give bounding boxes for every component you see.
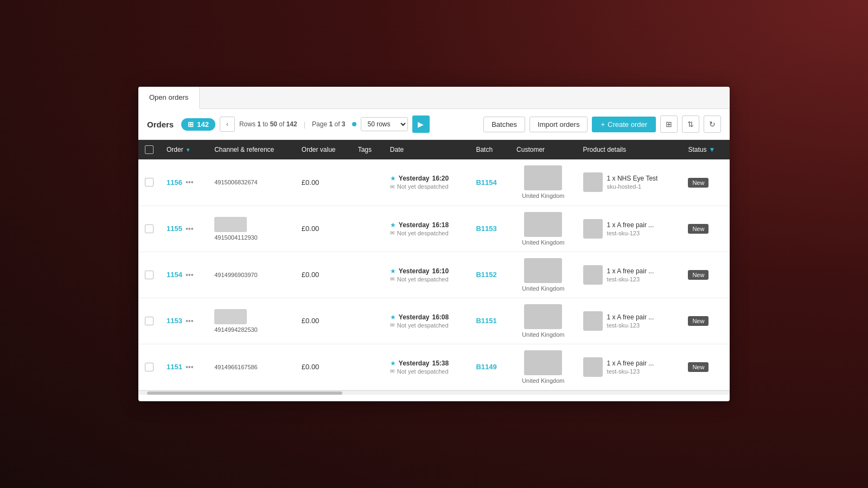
select-all-checkbox[interactable] [145, 145, 154, 154]
th-tags: Tags [352, 140, 384, 159]
order-number[interactable]: 1151 [167, 363, 182, 371]
chevron-left-icon: ‹ [226, 120, 228, 128]
date-cell: ★ Yesterday 16:10 ✉ Not yet despatched [384, 252, 470, 298]
order-value: £0.00 [302, 271, 320, 279]
order-number[interactable]: 1156 [167, 178, 182, 187]
batch-link[interactable]: B1152 [476, 271, 496, 279]
table-row[interactable]: 1155 ••• 4915004112930 £0.00 ★ Yesterday… [138, 206, 730, 252]
status-badge: New [688, 316, 709, 326]
row-checkbox[interactable] [145, 271, 154, 279]
channel-image [214, 309, 247, 324]
star-icon: ★ [390, 221, 396, 229]
row-checkbox[interactable] [145, 317, 154, 325]
refresh-icon: ↻ [709, 120, 716, 129]
batch-link[interactable]: B1153 [476, 224, 496, 233]
order-number[interactable]: 1154 [167, 271, 182, 279]
more-icon[interactable]: ••• [186, 271, 194, 279]
status-badge: New [688, 362, 709, 372]
row-checkbox[interactable] [145, 178, 154, 187]
customer-country: United Kingdom [522, 331, 564, 338]
status-filter-icon[interactable]: ▼ [709, 146, 715, 153]
layout-toggle-button[interactable]: ⊞ [660, 115, 678, 133]
despatch-status: Not yet despatched [397, 183, 449, 190]
more-icon[interactable]: ••• [186, 178, 194, 187]
tags-cell [352, 206, 384, 252]
customer-image [524, 165, 562, 190]
batch-cell: B1151 [469, 298, 510, 344]
next-page-button[interactable]: ▶ [412, 115, 430, 133]
status-badge: New [688, 224, 709, 234]
page-text: Page 1 of 3 [312, 120, 345, 128]
order-value: £0.00 [302, 363, 320, 371]
despatch-status: Not yet despatched [397, 276, 449, 282]
order-value: £0.00 [302, 178, 320, 187]
order-value-cell: £0.00 [295, 252, 352, 298]
product-image [583, 172, 603, 192]
orders-table: Order ▼ Channel & reference Order value … [138, 140, 730, 390]
pagination-text: Rows 1 to 50 of 142 [239, 120, 297, 128]
product-cell: 1 x NHS Eye Test sku-hosted-1 [577, 159, 682, 206]
status-cell: New [681, 206, 730, 252]
th-order-value: Order value [295, 140, 352, 159]
despatch-status: Not yet despatched [397, 368, 449, 375]
refresh-button[interactable]: ↻ [704, 115, 721, 133]
customer-image [524, 304, 562, 329]
toolbar: Orders ⊞ 142 ‹ Rows 1 to 50 of 142 | Pag… [138, 109, 730, 140]
product-cell: 1 x A free pair ... test-sku-123 [577, 252, 682, 298]
batch-link[interactable]: B1149 [476, 363, 496, 371]
order-value-cell: £0.00 [295, 298, 352, 344]
th-select-all[interactable] [138, 140, 160, 159]
page-indicator-dot [352, 122, 356, 126]
date-time: 16:20 [432, 175, 449, 182]
customer-image [524, 212, 562, 237]
table-row[interactable]: 1151 ••• 4914966167586 £0.00 ★ Yesterday… [138, 344, 730, 390]
import-orders-button[interactable]: Import orders [529, 117, 588, 132]
row-checkbox[interactable] [145, 224, 154, 233]
batch-link[interactable]: B1151 [476, 317, 496, 325]
batch-cell: B1154 [469, 159, 510, 206]
create-order-button[interactable]: + Create order [592, 117, 656, 132]
table-row[interactable]: 1154 ••• 4914996903970 £0.00 ★ Yesterday… [138, 252, 730, 298]
prev-page-button[interactable]: ‹ [220, 117, 235, 132]
order-number[interactable]: 1155 [167, 224, 182, 233]
customer-country: United Kingdom [522, 192, 564, 199]
product-name: 1 x A free pair ... [607, 221, 654, 229]
more-icon[interactable]: ••• [186, 363, 194, 371]
product-name: 1 x NHS Eye Test [607, 175, 658, 182]
date-time: 16:08 [432, 313, 449, 321]
sort-icon: ▼ [186, 147, 191, 153]
customer-image [524, 350, 562, 375]
main-container: Open orders Orders ⊞ 142 ‹ Rows 1 to 50 … [138, 87, 730, 401]
product-image [583, 265, 603, 285]
product-image [583, 311, 603, 331]
table-row[interactable]: 1153 ••• 4914994282530 £0.00 ★ Yesterday… [138, 298, 730, 344]
scrollbar-thumb[interactable] [147, 391, 342, 395]
order-value-cell: £0.00 [295, 159, 352, 206]
table-row[interactable]: 1156 ••• 4915006832674 £0.00 ★ Yesterday… [138, 159, 730, 206]
order-number[interactable]: 1153 [167, 317, 182, 325]
date-label: Yesterday [399, 175, 430, 182]
create-order-label: Create order [608, 120, 647, 129]
customer-image [524, 258, 562, 283]
product-cell: 1 x A free pair ... test-sku-123 [577, 344, 682, 390]
status-cell: New [681, 344, 730, 390]
th-order: Order ▼ [160, 140, 208, 159]
page-divider: | [304, 120, 305, 129]
more-icon[interactable]: ••• [186, 317, 194, 325]
filter-toggle-button[interactable]: ⇅ [682, 115, 699, 133]
date-time: 15:38 [432, 359, 449, 367]
horizontal-scrollbar[interactable] [138, 390, 730, 395]
customer-country: United Kingdom [522, 285, 564, 292]
batch-link[interactable]: B1154 [476, 178, 496, 187]
batch-cell: B1152 [469, 252, 510, 298]
rows-per-page-select[interactable]: 50 rows 25 rows 100 rows [361, 117, 408, 131]
channel-ref-text: 4914966167586 [214, 364, 289, 370]
order-cell: 1154 ••• [160, 252, 208, 298]
row-checkbox[interactable] [145, 363, 154, 371]
date-time: 16:10 [432, 267, 449, 275]
batches-button[interactable]: Batches [483, 117, 525, 132]
tab-open-orders[interactable]: Open orders [138, 87, 200, 109]
more-icon[interactable]: ••• [186, 224, 194, 233]
customer-country: United Kingdom [522, 239, 564, 246]
orders-table-wrap: Order ▼ Channel & reference Order value … [138, 140, 730, 390]
